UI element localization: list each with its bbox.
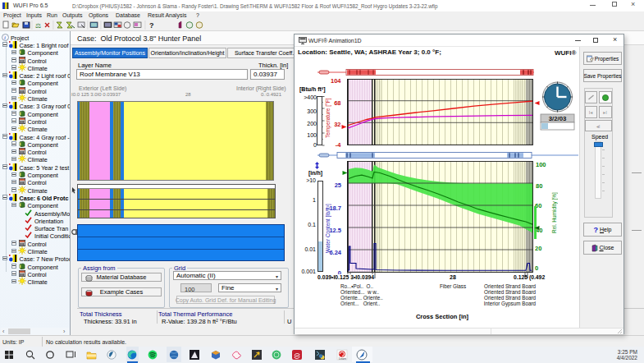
svg-text:?: ? bbox=[149, 21, 154, 30]
svg-text:Learn: Learn bbox=[339, 357, 346, 361]
svg-text:i: i bbox=[4, 34, 6, 41]
svg-text:⚖: ⚖ bbox=[35, 22, 41, 30]
svg-text:3/2/03: 3/2/03 bbox=[549, 115, 567, 122]
